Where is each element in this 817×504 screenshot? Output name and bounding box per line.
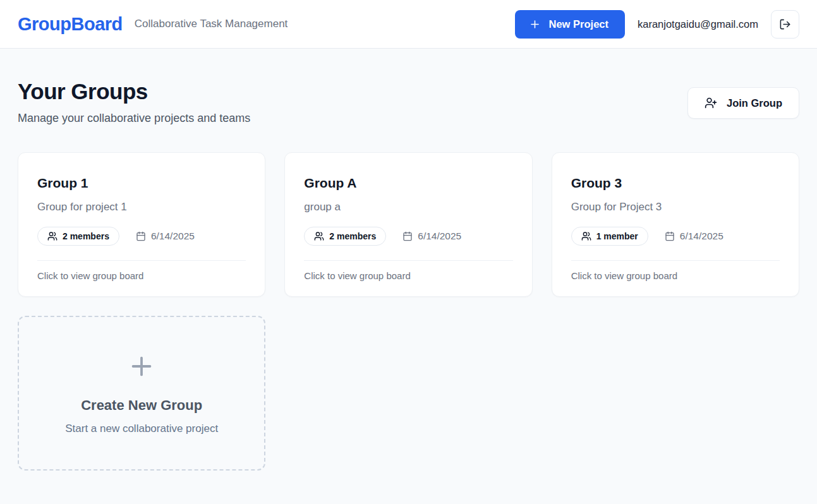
group-name: Group 3 xyxy=(571,176,780,191)
group-meta: 2 members 6/14/2025 xyxy=(37,227,246,246)
group-card[interactable]: Group 3 Group for Project 3 1 member 6/1… xyxy=(552,152,799,297)
main-content: Your Groups Manage your collaborative pr… xyxy=(0,49,817,471)
users-icon xyxy=(581,231,591,241)
user-plus-icon xyxy=(705,97,717,109)
group-date: 6/14/2025 xyxy=(136,231,195,242)
members-badge: 1 member xyxy=(571,227,648,246)
members-badge: 2 members xyxy=(304,227,386,246)
group-date-value: 6/14/2025 xyxy=(418,231,461,242)
user-email: karanjotgaidu@gmail.com xyxy=(638,18,758,30)
members-count: 2 members xyxy=(329,231,376,241)
members-count: 2 members xyxy=(63,231,109,241)
page-head: Your Groups Manage your collaborative pr… xyxy=(18,79,799,125)
members-count: 1 member xyxy=(596,231,638,241)
calendar-icon xyxy=(665,231,675,241)
app-logo: GroupBoard xyxy=(18,14,123,35)
group-meta: 1 member 6/14/2025 xyxy=(571,227,780,246)
group-date: 6/14/2025 xyxy=(402,231,461,242)
plus-icon xyxy=(127,352,156,381)
group-footer-hint: Click to view group board xyxy=(304,270,512,281)
page-head-text: Your Groups Manage your collaborative pr… xyxy=(18,79,250,125)
group-date-value: 6/14/2025 xyxy=(151,231,195,242)
group-card[interactable]: Group A group a 2 members 6/14/2025 Clic… xyxy=(284,152,532,297)
new-project-button[interactable]: New Project xyxy=(515,10,625,39)
group-date: 6/14/2025 xyxy=(665,231,723,242)
app-header: GroupBoard Collaborative Task Management… xyxy=(0,0,817,49)
group-date-value: 6/14/2025 xyxy=(680,231,723,242)
header-actions: New Project karanjotgaidu@gmail.com xyxy=(515,10,799,39)
group-description: group a xyxy=(304,201,512,213)
create-new-group-card[interactable]: Create New Group Start a new collaborati… xyxy=(18,316,265,471)
card-divider xyxy=(571,260,780,261)
calendar-icon xyxy=(136,231,146,241)
group-description: Group for project 1 xyxy=(37,201,246,213)
group-card[interactable]: Group 1 Group for project 1 2 members 6/… xyxy=(18,152,265,297)
plus-icon xyxy=(529,18,541,30)
groups-grid: Group 1 Group for project 1 2 members 6/… xyxy=(18,152,799,471)
join-group-button[interactable]: Join Group xyxy=(687,87,799,119)
group-footer-hint: Click to view group board xyxy=(571,270,780,281)
group-footer-hint: Click to view group board xyxy=(37,270,246,281)
log-out-icon xyxy=(779,18,791,30)
new-project-label: New Project xyxy=(549,18,608,30)
join-group-label: Join Group xyxy=(727,97,782,109)
card-divider xyxy=(37,260,246,261)
users-icon xyxy=(314,231,324,241)
card-divider xyxy=(304,260,512,261)
group-name: Group A xyxy=(304,176,512,191)
group-description: Group for Project 3 xyxy=(571,201,780,213)
create-group-title: Create New Group xyxy=(81,397,202,414)
group-meta: 2 members 6/14/2025 xyxy=(304,227,512,246)
members-badge: 2 members xyxy=(37,227,119,246)
page-subtitle: Manage your collaborative projects and t… xyxy=(18,112,250,125)
page-title: Your Groups xyxy=(18,79,250,104)
create-group-subtitle: Start a new collaborative project xyxy=(65,423,218,435)
users-icon xyxy=(47,231,57,241)
app-tagline: Collaborative Task Management xyxy=(135,18,288,30)
logout-button[interactable] xyxy=(771,10,799,39)
group-name: Group 1 xyxy=(37,176,246,191)
calendar-icon xyxy=(402,231,413,241)
